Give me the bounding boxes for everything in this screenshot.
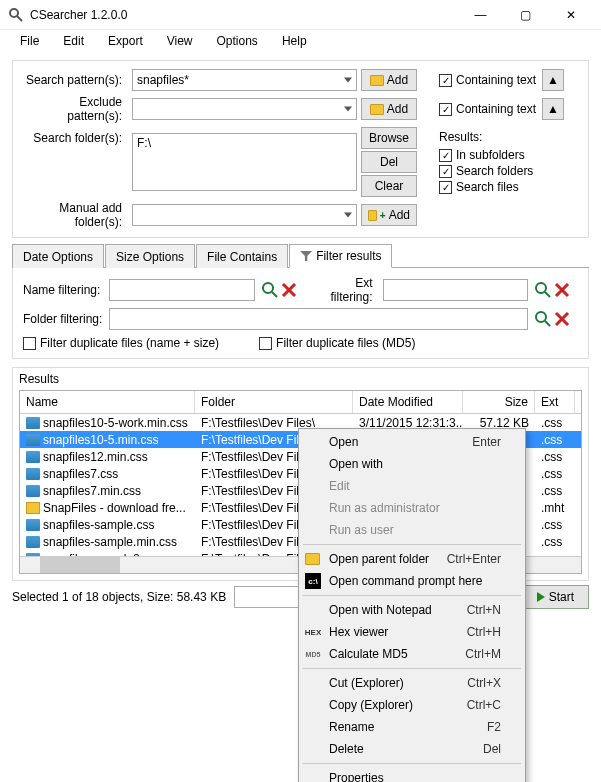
svg-point-2 (263, 283, 273, 293)
tab-size-options[interactable]: Size Options (105, 244, 195, 268)
cell-name: snapfiles7.css (20, 467, 195, 481)
menu-item[interactable]: DeleteDel (301, 738, 523, 760)
menu-item-label: Copy (Explorer) (329, 698, 413, 712)
menu-item-shortcut: Ctrl+C (467, 698, 501, 712)
file-icon (26, 485, 40, 497)
menu-item[interactable]: MD5Calculate MD5Ctrl+M (301, 643, 523, 665)
cell-ext: .css (535, 467, 575, 481)
menu-view[interactable]: View (157, 32, 203, 50)
menu-item-label: Properties (329, 771, 384, 782)
cmd-icon: c:\ (305, 573, 321, 589)
name-filtering-input[interactable] (109, 279, 255, 301)
plus-icon: + (380, 210, 386, 221)
menu-item[interactable]: HEXHex viewerCtrl+H (301, 621, 523, 643)
menu-item[interactable]: Properties (301, 767, 523, 782)
cell-ext: .css (535, 433, 575, 447)
search-patterns-combo[interactable]: snapfiles* (132, 69, 357, 91)
move-up-button-2[interactable]: ▲ (542, 98, 564, 120)
search-folders-checkbox[interactable] (439, 165, 452, 178)
menu-file[interactable]: File (10, 32, 49, 50)
maximize-button[interactable]: ▢ (503, 1, 548, 29)
manual-add-button[interactable]: +Add (361, 204, 417, 226)
exclude-patterns-add-button[interactable]: Add (361, 98, 417, 120)
column-folder[interactable]: Folder (195, 391, 353, 413)
search-patterns-add-button[interactable]: Add (361, 69, 417, 91)
exclude-patterns-combo[interactable] (132, 98, 357, 120)
menu-item-label: Delete (329, 742, 364, 756)
svg-point-0 (10, 9, 18, 17)
folder-value: F:\ (137, 136, 151, 150)
move-up-button-1[interactable]: ▲ (542, 69, 564, 91)
close-button[interactable]: ✕ (548, 1, 593, 29)
minimize-button[interactable]: — (458, 1, 503, 29)
cell-ext: .css (535, 518, 575, 532)
cell-name: SnapFiles - download fre... (20, 501, 195, 515)
menu-item[interactable]: Open with NotepadCtrl+N (301, 599, 523, 621)
search-folders-list[interactable]: F:\ (132, 133, 357, 191)
containing-text-checkbox-1[interactable] (439, 74, 452, 87)
menu-options[interactable]: Options (207, 32, 268, 50)
folder-filtering-input[interactable] (109, 308, 528, 330)
tab-date-options[interactable]: Date Options (12, 244, 104, 268)
browse-button[interactable]: Browse (361, 127, 417, 149)
add-label: Add (389, 208, 410, 222)
column-name[interactable]: Name (20, 391, 195, 413)
cell-name: snapfiles12.min.css (20, 450, 195, 464)
clear-icon[interactable] (553, 281, 571, 299)
manual-add-folders-combo[interactable] (132, 204, 357, 226)
add-label: Add (387, 73, 408, 87)
menu-item-label: Calculate MD5 (329, 647, 408, 661)
file-icon (26, 434, 40, 446)
del-button[interactable]: Del (361, 151, 417, 173)
svg-line-1 (17, 16, 22, 21)
containing-text-checkbox-2[interactable] (439, 103, 452, 116)
menu-item[interactable]: Cut (Explorer)Ctrl+X (301, 672, 523, 694)
menu-export[interactable]: Export (98, 32, 153, 50)
search-files-checkbox[interactable] (439, 181, 452, 194)
search-patterns-value: snapfiles* (137, 73, 189, 87)
menu-item-label: Run as administrator (329, 501, 440, 515)
tab-filter-results[interactable]: Filter results (289, 244, 392, 268)
search-icon[interactable] (534, 281, 552, 299)
add-label: Add (387, 102, 408, 116)
results-label: Results (13, 368, 588, 388)
folder-icon (370, 75, 384, 86)
file-icon (26, 451, 40, 463)
tab-file-contains[interactable]: File Contains (196, 244, 288, 268)
menu-item[interactable]: Copy (Explorer)Ctrl+C (301, 694, 523, 716)
menu-item-shortcut: Ctrl+N (467, 603, 501, 617)
search-icon[interactable] (261, 281, 279, 299)
menubar: File Edit Export View Options Help (0, 30, 601, 52)
menu-help[interactable]: Help (272, 32, 317, 50)
filter-dup-name-size-checkbox[interactable] (23, 337, 36, 350)
menu-item[interactable]: c:\Open command prompt here (301, 570, 523, 592)
menu-item[interactable]: OpenEnter (301, 431, 523, 453)
scrollbar-thumb[interactable] (40, 557, 120, 573)
start-label: Start (549, 590, 574, 604)
menu-item-label: Open with (329, 457, 383, 471)
menu-item-shortcut: Del (483, 742, 501, 756)
folder-filtering-label: Folder filtering: (23, 312, 103, 326)
menu-item[interactable]: Open parent folderCtrl+Enter (301, 548, 523, 570)
in-subfolders-checkbox[interactable] (439, 149, 452, 162)
start-button[interactable]: Start (522, 585, 589, 609)
cell-name: snapfiles7.min.css (20, 484, 195, 498)
clear-icon[interactable] (280, 281, 298, 299)
in-subfolders-label: In subfolders (456, 148, 525, 162)
clear-icon[interactable] (553, 310, 571, 328)
menu-item-label: Run as user (329, 523, 394, 537)
menu-edit[interactable]: Edit (53, 32, 94, 50)
menu-item[interactable]: Open with (301, 453, 523, 475)
search-folders-label: Search folder(s): (23, 127, 128, 145)
search-icon[interactable] (534, 310, 552, 328)
tab-strip: Date Options Size Options File Contains … (12, 244, 589, 268)
containing-text-label: Containing text (456, 73, 536, 87)
filter-dup-md5-checkbox[interactable] (259, 337, 272, 350)
status-text: Selected 1 of 18 objects, Size: 58.43 KB (12, 590, 226, 604)
clear-button[interactable]: Clear (361, 175, 417, 197)
ext-filtering-input[interactable] (383, 279, 529, 301)
column-ext[interactable]: Ext (535, 391, 575, 413)
column-size[interactable]: Size (463, 391, 535, 413)
menu-item[interactable]: RenameF2 (301, 716, 523, 738)
column-date[interactable]: Date Modified (353, 391, 463, 413)
